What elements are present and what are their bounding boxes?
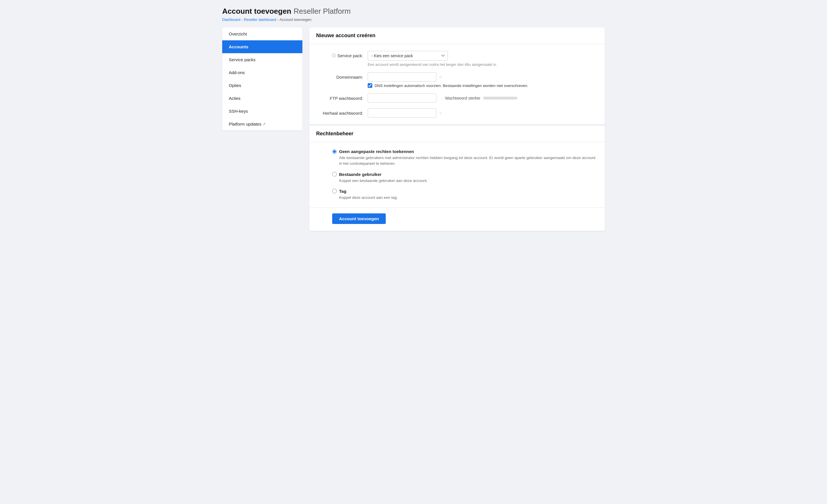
help-icon: ⓘ [332,53,336,58]
page-title: Account toevoegen Reseller Platform [222,7,605,16]
repeat-password-row: Herhaal wachtwoord: ○ [316,108,598,118]
ftp-control: Wachtwoord sterkte [368,94,598,103]
card-title: Nieuwe account creëren [316,33,598,39]
password-strength-label: Wachtwoord sterkte [445,96,480,100]
password-strength-wrap: Wachtwoord sterkte [445,96,518,100]
dns-checkbox-label[interactable]: DNS instellingen automatisch voorzien. B… [375,83,528,88]
breadcrumb-current: Account toevoegen [280,17,311,22]
ftp-row: FTP wachtwoord: Wachtwoord sterkte [316,94,598,103]
service-pack-label: ⓘ Service pack: [316,51,368,58]
dns-checkbox[interactable] [368,83,372,88]
page-title-bold: Account toevoegen [222,7,291,16]
domain-row: Domeinnaam: ○ DNS instellingen automatis… [316,72,598,88]
sidebar-item-overzicht[interactable]: Overzicht [222,27,302,40]
rights-card-body: Geen aangepaste rechten toekennen Alle b… [309,142,605,207]
ftp-label: FTP wachtwoord: [316,94,368,101]
breadcrumb: Dashboard › Reseller dashboard › Account… [222,17,605,22]
breadcrumb-sep-1: › [242,18,243,22]
radio-no-rights-desc: Alle bestaande gebruikers met administra… [339,155,598,167]
submit-button[interactable]: Account toevoegen [332,213,386,224]
rights-card-title: Rechtenbeheer [316,131,598,137]
rights-card: Rechtenbeheer Geen aangepaste rechten to… [309,125,605,231]
breadcrumb-link-dashboard[interactable]: Dashboard [222,17,241,22]
domain-label: Domeinnaam: [316,72,368,79]
sidebar-item-ssh-keys[interactable]: SSH-keys [222,105,302,118]
page-title-sub: Reseller Platform [294,7,350,16]
service-pack-hint: Een account wordt aangerekend van zodra … [368,62,598,67]
domain-check-icon: ○ [439,74,442,79]
ftp-password-input[interactable] [368,94,436,103]
radio-option-existing-user: Bestaande gebruiker Koppel een bestaande… [332,172,598,184]
card-header: Nieuwe account creëren [309,27,605,44]
radio-no-rights-label[interactable]: Geen aangepaste rechten toekennen [339,149,414,154]
page-header: Account toevoegen Reseller Platform Dash… [222,7,605,22]
radio-existing-desc: Koppel een bestaande gebruiker aan deze … [339,178,598,184]
sidebar-item-platform-updates[interactable]: Platform updates ↗ [222,118,302,130]
radio-tag[interactable] [332,189,337,193]
sidebar-item-opties[interactable]: Opties [222,79,302,92]
radio-existing-label[interactable]: Bestaande gebruiker [339,172,381,177]
radio-existing-user[interactable] [332,172,337,176]
breadcrumb-link-reseller[interactable]: Reseller dashboard [244,17,276,22]
submit-area: Account toevoegen [309,207,605,231]
sidebar-item-service-packs[interactable]: Service packs [222,53,302,66]
sidebar: Overzicht Accounts Service packs Add-ons… [222,27,302,130]
radio-option-tag: Tag Koppel deze account aan een tag. [332,189,598,201]
radio-no-rights[interactable] [332,149,337,154]
radio-option-no-rights: Geen aangepaste rechten toekennen Alle b… [332,149,598,167]
repeat-check-icon: ○ [439,110,442,116]
radio-tag-desc: Koppel deze account aan een tag. [339,195,598,201]
sidebar-item-acties[interactable]: Acties [222,92,302,105]
external-link-icon: ↗ [262,122,265,126]
repeat-password-label: Herhaal wachtwoord: [316,108,368,116]
repeat-password-control: ○ [368,108,598,118]
content-area: Nieuwe account creëren ⓘ Service pack: -… [309,27,605,232]
radio-tag-label[interactable]: Tag [339,189,346,193]
dns-checkbox-row: DNS instellingen automatisch voorzien. B… [368,83,598,88]
sidebar-item-accounts[interactable]: Accounts [222,40,302,53]
domain-control: ○ DNS instellingen automatisch voorzien.… [368,72,598,88]
sidebar-item-add-ons[interactable]: Add-ons [222,66,302,79]
radio-group: Geen aangepaste rechten toekennen Alle b… [332,149,598,201]
create-account-card: Nieuwe account creëren ⓘ Service pack: -… [309,27,605,124]
breadcrumb-sep-2: › [277,18,278,22]
domain-input[interactable] [368,72,436,81]
repeat-password-input[interactable] [368,108,436,118]
rights-card-header: Rechtenbeheer [309,125,605,142]
service-pack-select[interactable]: - Kies een service pack [368,51,448,61]
card-body: ⓘ Service pack: - Kies een service pack … [309,44,605,124]
service-pack-control: - Kies een service pack Een account word… [368,51,598,67]
service-pack-row: ⓘ Service pack: - Kies een service pack … [316,51,598,67]
password-strength-bar [483,97,518,100]
